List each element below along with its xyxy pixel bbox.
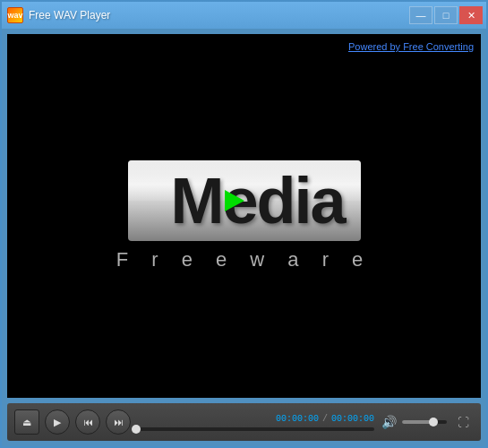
progress-thumb[interactable] [132,425,141,434]
media-banner: Media [128,160,361,241]
play-button[interactable]: ▶ [45,409,70,435]
volume-track[interactable] [402,420,447,424]
previous-button[interactable]: ⏮ [75,409,100,435]
eject-icon: ⏏ [22,417,31,428]
app-icon-label: wav [8,11,23,20]
content-area: Powered by Free Converting Media F r e e… [2,29,486,446]
powered-by-link[interactable]: Powered by Free Converting [348,41,474,52]
progress-area: 00:00:00 / 00:00:00 [136,414,374,431]
previous-icon: ⏮ [83,417,93,427]
volume-icon: 🔊 [381,415,397,429]
volume-button[interactable]: 🔊 [380,413,398,431]
app-icon: wav [7,7,23,23]
next-button[interactable]: ⏭ [106,409,131,435]
play-icon: ▶ [54,417,61,428]
eject-button[interactable]: ⏏ [14,409,39,435]
title-bar-left: wav Free WAV Player [7,7,110,23]
time-display: 00:00:00 / 00:00:00 [136,414,374,424]
volume-area: 🔊 [380,413,447,431]
fullscreen-icon: ⛶ [458,416,469,429]
media-text: Media [170,164,344,237]
video-area: Powered by Free Converting Media F r e e… [7,34,481,398]
time-separator: / [322,414,328,424]
main-window: wav Free WAV Player — □ ✕ Powered by Fre… [0,0,488,448]
close-button[interactable]: ✕ [459,6,483,24]
next-icon: ⏭ [114,417,124,427]
time-total: 00:00:00 [331,414,374,424]
title-controls: — □ ✕ [409,6,483,24]
window-title: Free WAV Player [29,9,110,22]
maximize-button[interactable]: □ [434,6,458,24]
volume-thumb[interactable] [429,418,438,426]
freeware-text: F r e e w a r e [116,248,372,271]
time-current: 00:00:00 [276,414,319,424]
minimize-button[interactable]: — [409,6,432,24]
controls-bar: ⏏ ▶ ⏮ ⏭ 00:00:00 / 00:00:00 [7,403,481,441]
fullscreen-button[interactable]: ⛶ [452,411,474,433]
play-icon [225,190,244,211]
media-logo: Media F r e e w a r e [116,160,372,271]
progress-track[interactable] [136,427,374,431]
title-bar: wav Free WAV Player — □ ✕ [2,2,486,29]
